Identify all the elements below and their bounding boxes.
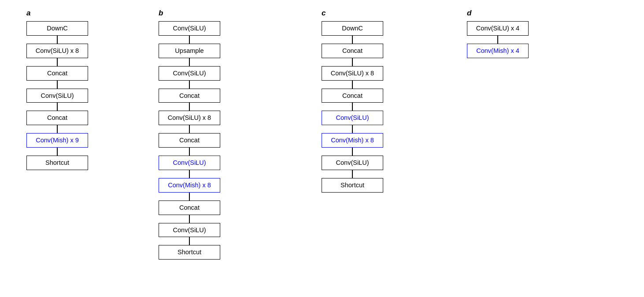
connector-c-5 — [352, 148, 353, 156]
connector-b-0 — [189, 36, 190, 44]
connector-c-0 — [352, 36, 353, 44]
section-b: b Conv(SiLU)UpsampleConv(SiLU)ConcatConv… — [137, 9, 295, 260]
node-c-1: Concat — [322, 44, 383, 58]
section-a: a DownCConv(SiLU) x 8ConcatConv(SiLU)Con… — [13, 9, 137, 170]
connector-a-2 — [57, 81, 58, 89]
node-d-0: Conv(SiLU) x 4 — [467, 21, 529, 36]
node-a-4: Concat — [26, 111, 88, 125]
connector-c-4 — [352, 125, 353, 133]
node-a-2: Concat — [26, 66, 88, 81]
connector-a-1 — [57, 58, 58, 66]
connector-b-2 — [189, 81, 190, 89]
connector-c-6 — [352, 170, 353, 178]
node-b-4: Conv(SiLU) x 8 — [159, 111, 220, 125]
connector-b-5 — [189, 148, 190, 156]
node-b-8: Concat — [159, 200, 220, 215]
connector-b-9 — [189, 237, 190, 245]
node-c-2: Conv(SiLU) x 8 — [322, 66, 383, 81]
node-b-5: Concat — [159, 133, 220, 148]
node-c-0: DownC — [322, 21, 383, 36]
connector-c-2 — [352, 81, 353, 89]
node-b-6: Conv(SiLU) — [159, 156, 220, 170]
section-a-nodes: DownCConv(SiLU) x 8ConcatConv(SiLU)Conca… — [26, 21, 88, 170]
section-d-nodes: Conv(SiLU) x 4Conv(Mish) x 4 — [467, 21, 529, 58]
node-b-3: Concat — [159, 89, 220, 103]
diagram-container: a DownCConv(SiLU) x 8ConcatConv(SiLU)Con… — [0, 0, 644, 297]
section-d: d Conv(SiLU) x 4Conv(Mish) x 4 — [440, 9, 564, 58]
connector-b-7 — [189, 193, 190, 200]
section-b-label: b — [159, 9, 163, 18]
node-b-1: Upsample — [159, 44, 220, 58]
node-b-7: Conv(Mish) x 8 — [159, 178, 220, 193]
node-c-7: Shortcut — [322, 178, 383, 193]
node-d-1: Conv(Mish) x 4 — [467, 44, 529, 58]
connector-a-3 — [57, 103, 58, 111]
connector-b-4 — [189, 125, 190, 133]
node-c-5: Conv(Mish) x 8 — [322, 133, 383, 148]
connector-b-3 — [189, 103, 190, 111]
connector-a-4 — [57, 125, 58, 133]
node-b-2: Conv(SiLU) — [159, 66, 220, 81]
section-c-nodes: DownCConcatConv(SiLU) x 8ConcatConv(SiLU… — [322, 21, 383, 193]
connector-b-8 — [189, 215, 190, 223]
node-a-6: Shortcut — [26, 156, 88, 170]
connector-a-0 — [57, 36, 58, 44]
section-a-label: a — [26, 9, 30, 18]
node-a-3: Conv(SiLU) — [26, 89, 88, 103]
node-b-9: Conv(SiLU) — [159, 223, 220, 238]
node-c-6: Conv(SiLU) — [322, 156, 383, 170]
node-b-10: Shortcut — [159, 245, 220, 260]
section-c-label: c — [322, 9, 326, 18]
node-b-0: Conv(SiLU) — [159, 21, 220, 36]
section-c: c DownCConcatConv(SiLU) x 8ConcatConv(Si… — [295, 9, 440, 193]
section-d-label: d — [467, 9, 471, 18]
node-a-1: Conv(SiLU) x 8 — [26, 44, 88, 58]
node-a-0: DownC — [26, 21, 88, 36]
connector-a-5 — [57, 148, 58, 156]
connector-d-0 — [497, 36, 498, 44]
connector-b-1 — [189, 58, 190, 66]
node-a-5: Conv(Mish) x 9 — [26, 133, 88, 148]
connector-c-3 — [352, 103, 353, 111]
connector-b-6 — [189, 170, 190, 178]
connector-c-1 — [352, 58, 353, 66]
node-c-4: Conv(SiLU) — [322, 111, 383, 125]
node-c-3: Concat — [322, 89, 383, 103]
section-b-nodes: Conv(SiLU)UpsampleConv(SiLU)ConcatConv(S… — [159, 21, 220, 260]
